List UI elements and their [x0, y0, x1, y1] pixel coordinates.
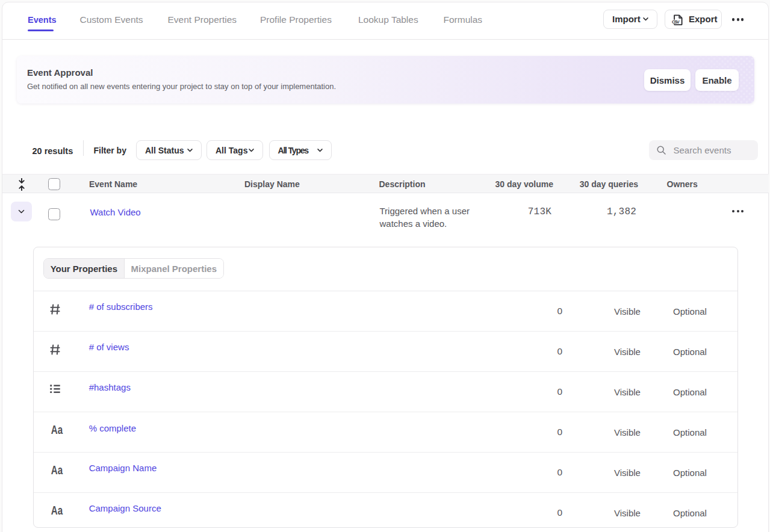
svg-text:CSV: CSV	[672, 19, 680, 25]
